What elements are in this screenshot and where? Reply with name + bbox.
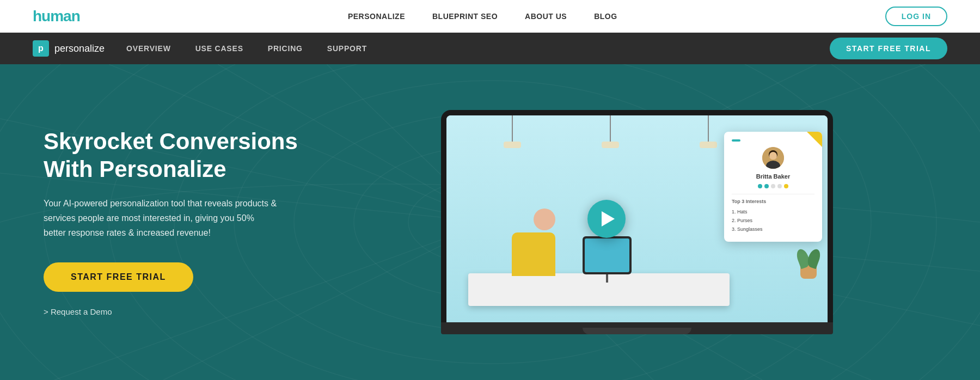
laptop-screen-inner: Britta Baker Top 3 Interests [446, 115, 828, 322]
sub-nav-item-use-cases[interactable]: USE CASES [195, 44, 243, 53]
svg-point-14 [769, 152, 777, 160]
desk [468, 273, 730, 306]
play-icon [602, 211, 615, 226]
nav-item-blog[interactable]: BLOG [594, 11, 617, 21]
monitor-stand [606, 274, 608, 283]
profile-card-topline [732, 139, 740, 142]
top-nav: human PERSONALIZE BLUEPRINT SEO ABOUT US… [0, 0, 980, 33]
profile-card: Britta Baker Top 3 Interests [724, 132, 822, 242]
logo[interactable]: human [33, 8, 80, 25]
dot-2 [764, 184, 769, 188]
nav-item-blueprint-seo[interactable]: BLUEPRINT SEO [432, 11, 498, 21]
person-head [534, 209, 555, 230]
sub-nav-item-overview[interactable]: OVERVIEW [126, 44, 171, 53]
light-fixture-1 [512, 115, 513, 148]
sub-nav: p personalize OVERVIEW USE CASES PRICING… [0, 33, 980, 64]
light-fixture-2 [610, 115, 611, 148]
monitor-screen [585, 238, 629, 272]
sub-nav-brand-name: personalize [54, 43, 105, 54]
profile-card-dots [732, 184, 814, 188]
person-body [512, 232, 555, 276]
sub-nav-links: OVERVIEW USE CASES PRICING SUPPORT [126, 44, 830, 53]
avatar [762, 147, 784, 169]
hero-section: .swirl-line { fill: none; stroke: rgba(2… [0, 64, 980, 380]
hero-video-area: Britta Baker Top 3 Interests [338, 110, 936, 334]
dot-1 [758, 184, 762, 188]
hero-start-trial-button[interactable]: START FREE TRIAL [44, 262, 193, 292]
hero-description: Your AI-powered personalization tool tha… [44, 196, 278, 241]
dot-3 [771, 184, 775, 188]
interest-item-1: 1. Hats [732, 207, 814, 216]
profile-card-name: Britta Baker [732, 173, 814, 180]
sub-nav-item-support[interactable]: SUPPORT [327, 44, 367, 53]
profile-card-section-title: Top 3 Interests [732, 199, 814, 204]
laptop-mockup: Britta Baker Top 3 Interests [441, 110, 833, 334]
hero-heading: Skyrocket Conversions With Personalize [44, 128, 305, 183]
dot-4 [777, 184, 782, 188]
laptop-screen-outer: Britta Baker Top 3 Interests [441, 110, 833, 322]
monitor [583, 236, 632, 274]
plant-decoration [798, 249, 819, 279]
profile-card-divider [732, 194, 814, 194]
nav-item-about-us[interactable]: ABOUT US [525, 11, 567, 21]
play-button[interactable] [587, 200, 626, 238]
sub-nav-brand[interactable]: p personalize [33, 40, 105, 57]
person-figure [512, 209, 555, 276]
plant-leaves [798, 249, 819, 268]
top-nav-links: PERSONALIZE BLUEPRINT SEO ABOUT US BLOG [348, 11, 617, 21]
interest-item-3: 3. Sunglasses [732, 225, 814, 234]
laptop-base [441, 322, 833, 334]
sub-nav-item-pricing[interactable]: PRICING [268, 44, 303, 53]
interest-item-2: 2. Purses [732, 216, 814, 225]
scene: Britta Baker Top 3 Interests [446, 115, 828, 322]
login-button[interactable]: LOG IN [885, 7, 947, 26]
light-fixture-3 [708, 115, 709, 148]
hero-demo-link[interactable]: > Request a Demo [44, 307, 305, 316]
dot-5 [784, 184, 788, 188]
nav-item-personalize[interactable]: PERSONALIZE [348, 11, 405, 21]
personalize-icon: p [33, 40, 49, 57]
hero-content: Skyrocket Conversions With Personalize Y… [0, 110, 980, 334]
profile-card-interests: 1. Hats 2. Purses 3. Sunglasses [732, 207, 814, 234]
hero-text: Skyrocket Conversions With Personalize Y… [44, 128, 305, 316]
sub-nav-start-trial-button[interactable]: START FREE TRIAL [830, 38, 947, 59]
